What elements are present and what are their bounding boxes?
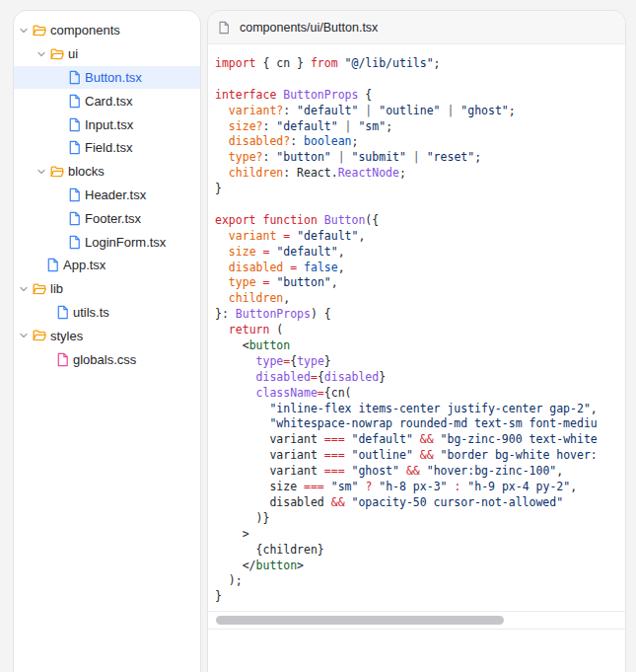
tree-item-input-tsx[interactable]: Input.tsx [14, 112, 200, 136]
code-line: </button> [215, 559, 625, 574]
tree-item-blocks[interactable]: blocks [14, 160, 200, 184]
tree-item-utils-ts[interactable]: utils.ts [14, 301, 200, 325]
code-editor[interactable]: import { cn } from "@/lib/utils"; interf… [208, 44, 625, 605]
tree-item-label: Card.tsx [85, 94, 132, 109]
tree-item-label: lib [50, 281, 63, 296]
code-line: ); [215, 573, 625, 589]
chevron-down-icon[interactable] [19, 25, 32, 37]
tree-item-label: Button.tsx [85, 70, 142, 85]
tree-item-ui[interactable]: ui [14, 42, 200, 66]
code-line: } [215, 182, 625, 197]
tree-item-label: blocks [68, 164, 105, 179]
tree-item-footer-tsx[interactable]: Footer.tsx [14, 206, 200, 230]
tree-item-label: Input.tsx [85, 117, 133, 132]
code-line: import { cn } from "@/lib/utils"; [215, 56, 625, 72]
code-line: disabled && "opacity-50 cursor-not-allow… [215, 495, 625, 511]
file-icon [54, 351, 70, 367]
chevron-down-icon[interactable] [36, 48, 49, 60]
code-line: {children} [215, 543, 625, 559]
code-line: return ( [215, 323, 625, 338]
file-icon [54, 304, 70, 320]
code-line: variant === "ghost" && "hover:bg-zinc-10… [215, 464, 625, 480]
tree-item-label: styles [50, 329, 83, 343]
horizontal-scrollbar-thumb[interactable] [216, 616, 504, 625]
code-line: <button [215, 338, 625, 354]
tree-item-styles[interactable]: styles [14, 324, 200, 347]
chevron-down-icon[interactable] [19, 330, 32, 341]
chevron-down-icon[interactable] [19, 283, 32, 295]
code-line: )} [215, 511, 625, 527]
folder-open-icon [49, 164, 65, 180]
code-line: "inline-flex items-center justify-center… [215, 402, 625, 417]
code-line: variant === "outline" && "border bg-whit… [215, 448, 625, 464]
tree-item-loginform-tsx[interactable]: LoginForm.tsx [14, 230, 200, 254]
tree-item-header-tsx[interactable]: Header.tsx [14, 184, 200, 207]
file-icon [66, 140, 82, 156]
file-icon [217, 21, 231, 35]
code-line: export function Button({ [215, 213, 625, 229]
tree-item-components[interactable]: components [14, 19, 200, 42]
code-editor-panel: components/ui/Button.tsx import { cn } f… [207, 10, 626, 672]
code-line: variant = "default", [215, 229, 625, 245]
tree-item-label: Header.tsx [85, 187, 146, 202]
file-icon [66, 187, 82, 202]
code-line: size = "default", [215, 245, 625, 261]
code-line: > [215, 527, 625, 543]
code-line: children: React.ReactNode; [215, 166, 625, 182]
open-file-path: components/ui/Button.tsx [240, 21, 378, 35]
file-icon [66, 93, 82, 109]
file-icon [66, 234, 82, 250]
tree-item-lib[interactable]: lib [14, 277, 200, 301]
code-line: children, [215, 291, 625, 307]
editor-header: components/ui/Button.tsx [208, 11, 625, 44]
code-line: disabled = false, [215, 261, 625, 276]
code-line: type?: "button" | "submit" | "reset"; [215, 150, 625, 166]
tree-item-label: ui [68, 46, 78, 61]
code-line: "whitespace-nowrap rounded-md text-sm fo… [215, 416, 625, 432]
tree-item-globals-css[interactable]: globals.css [14, 347, 200, 371]
folder-open-icon [32, 23, 47, 38]
file-icon [66, 116, 82, 132]
file-explorer-sidebar: componentsuiButton.tsxCard.tsxInput.tsxF… [13, 10, 201, 672]
folder-open-icon [32, 328, 47, 343]
file-icon [44, 258, 60, 273]
tree-item-field-tsx[interactable]: Field.tsx [14, 136, 200, 160]
tree-item-label: Field.tsx [85, 140, 132, 155]
tree-item-button-tsx[interactable]: Button.tsx [14, 66, 200, 90]
code-line: interface ButtonProps { [215, 88, 625, 104]
code-line: disabled={disabled} [215, 370, 625, 386]
code-line: size === "sm" ? "h-8 px-3" : "h-9 px-4 p… [215, 480, 625, 495]
folder-open-icon [49, 46, 65, 62]
code-line [215, 72, 625, 88]
code-line: type = "button", [215, 275, 625, 291]
file-tree: componentsuiButton.tsxCard.tsxInput.tsxF… [14, 19, 200, 371]
code-line: } [215, 589, 625, 605]
code-line: size?: "default" | "sm"; [215, 119, 625, 135]
file-icon [66, 69, 82, 85]
tree-item-label: App.tsx [63, 258, 106, 272]
code-line: variant?: "default" | "outline" | "ghost… [215, 104, 625, 119]
code-line [215, 197, 625, 213]
folder-open-icon [32, 281, 47, 297]
tree-item-label: components [50, 23, 120, 37]
code-line: className={cn( [215, 386, 625, 402]
code-line: }: ButtonProps) { [215, 307, 625, 323]
code-line: variant === "default" && "bg-zinc-900 te… [215, 432, 625, 448]
tree-item-label: globals.css [73, 352, 136, 367]
tree-item-label: LoginForm.tsx [85, 235, 166, 250]
tree-item-card-tsx[interactable]: Card.tsx [14, 89, 200, 112]
horizontal-scrollbar [208, 611, 625, 630]
tree-item-label: utils.ts [73, 305, 109, 320]
chevron-down-icon[interactable] [36, 166, 49, 178]
file-icon [66, 210, 82, 226]
tree-item-label: Footer.tsx [85, 211, 141, 226]
code-line: disabled?: boolean; [215, 134, 625, 150]
tree-item-app-tsx[interactable]: App.tsx [14, 254, 200, 277]
code-line: type={type} [215, 354, 625, 370]
